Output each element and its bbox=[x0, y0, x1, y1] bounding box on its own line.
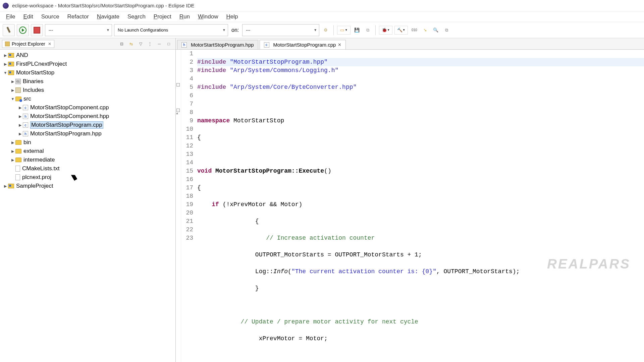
tree-item-sampleproject[interactable]: ▶SampleProject bbox=[1, 182, 175, 190]
cpp-file-icon: c bbox=[23, 105, 28, 110]
menu-search[interactable]: Search bbox=[123, 12, 150, 21]
folder-icon bbox=[15, 158, 21, 162]
chevron-down-icon: ▼ bbox=[402, 28, 405, 32]
bug-icon: 🐞 bbox=[382, 27, 387, 33]
minimize-button[interactable]: ─ bbox=[156, 40, 163, 48]
menu-file[interactable]: File bbox=[2, 12, 19, 21]
menu-refactor[interactable]: Refactor bbox=[63, 12, 93, 21]
save-all-button[interactable]: ⧉ bbox=[363, 26, 372, 35]
editor-area: hMotorStartStopProgram.hpp cMotorStartSt… bbox=[176, 38, 644, 362]
expand-icon[interactable]: ▶ bbox=[3, 184, 8, 188]
stop-button[interactable] bbox=[31, 24, 43, 36]
expand-icon[interactable]: ▶ bbox=[10, 158, 15, 162]
folder-icon bbox=[15, 149, 21, 154]
menu-run[interactable]: Run bbox=[175, 12, 194, 21]
expand-icon[interactable]: ▶ bbox=[17, 123, 23, 127]
project-explorer-tab[interactable]: Project Explorer ✕ bbox=[2, 40, 54, 48]
tree-item-src[interactable]: ▼src bbox=[1, 95, 175, 103]
launch-target-dropdown[interactable]: ---▼ bbox=[242, 24, 319, 36]
tree-item-bin[interactable]: ▶bin bbox=[1, 138, 175, 147]
run-button[interactable] bbox=[17, 24, 29, 36]
project-icon bbox=[8, 53, 14, 58]
debug-dropdown[interactable]: 🐞▼ bbox=[379, 26, 392, 35]
launch-mode-value: --- bbox=[49, 27, 53, 33]
collapse-all-button[interactable]: ⊟ bbox=[118, 40, 125, 48]
expand-icon[interactable]: ▶ bbox=[3, 53, 8, 58]
toggle-breakpoint-button[interactable]: 010 bbox=[410, 26, 419, 35]
hammer-icon: 🔨 bbox=[397, 27, 402, 33]
titlebar: eclipse-workspace - MotorStartStop/src/M… bbox=[0, 0, 644, 11]
pin-editor-button[interactable]: ⧉ bbox=[442, 26, 451, 35]
link-editor-button[interactable]: ⇆ bbox=[127, 40, 135, 48]
tree-item-firstplcnext[interactable]: ▶FirstPLCnextProject bbox=[1, 60, 175, 68]
collapse-icon[interactable]: ▼ bbox=[3, 71, 8, 75]
filter-button[interactable]: ▽ bbox=[137, 40, 144, 48]
tab-program-cpp[interactable]: cMotorStartStopProgram.cpp✕ bbox=[260, 40, 346, 49]
fold-icon[interactable]: - bbox=[176, 109, 180, 112]
tree-item-program-cpp[interactable]: ▶cMotorStartStopProgram.cpp bbox=[1, 121, 175, 129]
tree-item-external[interactable]: ▶external bbox=[1, 147, 175, 156]
project-icon bbox=[8, 62, 14, 66]
tree-item-program-hpp[interactable]: ▶hMotorStartStopProgram.hpp bbox=[1, 129, 175, 138]
tree-item-binaries[interactable]: ▶01Binaries bbox=[1, 77, 175, 86]
menu-help[interactable]: Help bbox=[222, 12, 242, 21]
launch-target-value: --- bbox=[246, 27, 250, 33]
separator bbox=[333, 25, 334, 35]
tree-item-cmakelists[interactable]: CMakeLists.txt bbox=[1, 164, 175, 173]
code-body[interactable]: #include "MotorStartStopProgram.hpp" #in… bbox=[196, 50, 644, 362]
close-icon[interactable]: ✕ bbox=[338, 42, 341, 47]
launch-config-dropdown[interactable]: No Launch Configurations▼ bbox=[114, 24, 228, 36]
search-button[interactable]: 🔍 bbox=[431, 26, 440, 35]
new-icon: ▭ bbox=[340, 27, 344, 33]
pin-icon: ⧉ bbox=[445, 27, 448, 33]
config-gear-button[interactable]: ⚙ bbox=[321, 26, 330, 35]
tree-item-motorstartstop[interactable]: ▼MotorStartStop bbox=[1, 68, 175, 77]
code-editor[interactable]: - ▲ - 1234567891011121314151617181920212… bbox=[176, 50, 644, 362]
expand-icon[interactable]: ▶ bbox=[10, 79, 15, 84]
hpp-file-icon: h bbox=[23, 114, 28, 119]
tree-item-intermediate[interactable]: ▶intermediate bbox=[1, 156, 175, 164]
expand-icon[interactable]: ▶ bbox=[10, 140, 15, 145]
menu-window[interactable]: Window bbox=[194, 12, 222, 21]
build-button[interactable] bbox=[3, 24, 15, 36]
expand-icon[interactable]: ▶ bbox=[17, 106, 23, 110]
minimize-icon: ─ bbox=[158, 42, 161, 46]
menu-edit[interactable]: Edit bbox=[19, 12, 37, 21]
tree-item-plcnext-proj[interactable]: plcnext.proj bbox=[1, 173, 175, 182]
watermark: REALPARS bbox=[547, 260, 631, 268]
tab-program-hpp[interactable]: hMotorStartStopProgram.hpp bbox=[177, 40, 258, 49]
maximize-button[interactable]: □ bbox=[165, 40, 172, 48]
save-button[interactable]: 💾 bbox=[353, 26, 361, 35]
eclipse-icon bbox=[3, 3, 9, 9]
tree-item-component-hpp[interactable]: ▶hMotorStartStopComponent.hpp bbox=[1, 112, 175, 121]
gutter[interactable]: - ▲ - bbox=[176, 50, 181, 362]
project-tree[interactable]: ▶AND ▶FirstPLCnextProject ▼MotorStartSto… bbox=[0, 50, 175, 362]
expand-icon[interactable]: ▶ bbox=[17, 114, 23, 119]
chevron-down-icon: ▼ bbox=[314, 28, 317, 32]
collapse-icon[interactable]: ▼ bbox=[10, 97, 15, 101]
expand-icon[interactable]: ▶ bbox=[10, 149, 15, 154]
menu-navigate[interactable]: Navigate bbox=[93, 12, 123, 21]
toolbar: ---▼ No Launch Configurations▼ on: ---▼ … bbox=[0, 22, 644, 38]
menu-source[interactable]: Source bbox=[37, 12, 63, 21]
tree-item-component-cpp[interactable]: ▶cMotorStartStopComponent.cpp bbox=[1, 103, 175, 112]
expand-icon[interactable]: ▶ bbox=[3, 62, 8, 66]
expand-icon[interactable]: ▶ bbox=[17, 132, 23, 136]
build-config-dropdown[interactable]: 🔨▼ bbox=[394, 26, 408, 35]
includes-icon bbox=[15, 87, 21, 93]
new-dropdown[interactable]: ▭▼ bbox=[337, 26, 351, 35]
menu-project[interactable]: Project bbox=[150, 12, 175, 21]
fold-icon[interactable]: - bbox=[176, 83, 180, 86]
launch-mode-dropdown[interactable]: ---▼ bbox=[45, 24, 112, 36]
run-icon bbox=[19, 26, 26, 34]
expand-icon[interactable]: ▶ bbox=[10, 88, 15, 93]
tree-item-and[interactable]: ▶AND bbox=[1, 51, 175, 60]
view-menu-button[interactable]: ⋮ bbox=[146, 40, 154, 48]
close-icon[interactable]: ✕ bbox=[48, 42, 51, 46]
explorer-title: Project Explorer bbox=[12, 41, 45, 47]
gear-icon: ⚙ bbox=[324, 27, 328, 33]
tree-item-includes[interactable]: ▶Includes bbox=[1, 86, 175, 95]
window-title: eclipse-workspace - MotorStartStop/src/M… bbox=[12, 3, 195, 8]
step-button[interactable]: ➘ bbox=[421, 26, 429, 35]
file-icon bbox=[15, 166, 20, 172]
